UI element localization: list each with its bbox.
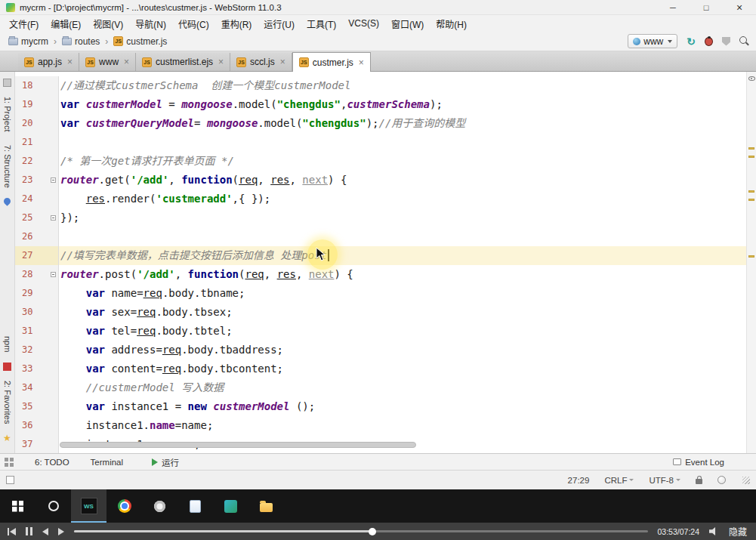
taskbar-search[interactable]	[35, 489, 71, 523]
hide-button[interactable]: 隐藏	[729, 525, 747, 538]
menu-item[interactable]: VCS(S)	[342, 18, 385, 29]
fold-marker-icon[interactable]	[51, 177, 56, 183]
terminal-tool-button[interactable]: Terminal	[91, 458, 123, 467]
coverage-button[interactable]	[722, 37, 730, 46]
tool-button-npm[interactable]: npm	[3, 336, 12, 352]
tab-close-icon[interactable]: ×	[124, 57, 129, 66]
skip-to-start-button[interactable]	[8, 527, 16, 535]
seek-handle[interactable]	[369, 528, 376, 535]
tool-window-switcher-icon[interactable]	[5, 458, 14, 467]
warning-stripe-mark[interactable]	[748, 156, 754, 158]
debug-button[interactable]	[705, 37, 713, 46]
breadcrumb-item[interactable]: routes	[60, 35, 102, 48]
tab-app.js[interactable]: JSapp.js×	[18, 53, 79, 71]
search-icon[interactable]	[739, 36, 750, 47]
warning-stripe-mark[interactable]	[748, 255, 754, 258]
editor-line[interactable]: 18//通过模式custmerSchema 创建一个模型custmerModel	[15, 76, 756, 95]
warning-stripe-mark[interactable]	[748, 199, 754, 201]
editor-line[interactable]: 35 var instance1 = new custmerModel ();	[15, 397, 756, 416]
taskbar-media-app[interactable]	[213, 489, 248, 523]
js-file-icon: JS	[236, 57, 246, 67]
tab-custmerlist.ejs[interactable]: JScustmerlist.ejs×	[136, 53, 230, 71]
editor-line[interactable]: 21	[15, 133, 756, 152]
close-button[interactable]: ×	[723, 0, 756, 14]
taskbar-notes-app[interactable]	[177, 489, 213, 523]
previous-button[interactable]	[42, 528, 48, 535]
lock-toggle[interactable]	[696, 476, 702, 484]
menu-item[interactable]: 编辑(E)	[45, 17, 87, 30]
editor-line[interactable]: 24 res.render('custmeradd',{ });	[15, 190, 756, 208]
structure-pin-icon[interactable]	[2, 196, 12, 206]
breadcrumb-item[interactable]: mycrm	[6, 35, 51, 48]
editor-line[interactable]: 23router.get('/add', function(req, res, …	[15, 171, 756, 190]
tab-custmer.js[interactable]: JScustmer.js×	[292, 52, 371, 72]
taskbar-start[interactable]	[0, 489, 35, 523]
maximize-button[interactable]: □	[690, 0, 723, 14]
editor-line[interactable]: 29 var name=req.body.tbname;	[15, 284, 756, 303]
editor-line[interactable]: 32 var address=req.body.tbaddress;	[15, 341, 756, 359]
warning-stripe-mark[interactable]	[748, 147, 754, 150]
tab-close-icon[interactable]: ×	[280, 57, 285, 66]
media-app-icon	[224, 500, 237, 513]
event-log-button[interactable]: Event Log	[673, 458, 724, 467]
editor-line[interactable]: 30 var sex=req.body.tbsex;	[15, 303, 756, 322]
menu-item[interactable]: 窗口(W)	[385, 17, 430, 30]
seek-bar[interactable]	[74, 530, 648, 532]
tool-button-project[interactable]: 1: Project	[3, 97, 12, 131]
horizontal-scrollbar[interactable]	[60, 442, 416, 448]
next-button[interactable]	[58, 528, 64, 535]
todo-tool-button[interactable]: 6: TODO	[35, 458, 69, 467]
editor-line[interactable]: 36 instance1.name=name;	[15, 416, 756, 435]
editor-line[interactable]: 26	[15, 227, 756, 246]
fold-marker-icon[interactable]	[51, 272, 56, 277]
tab-close-icon[interactable]: ×	[67, 57, 73, 66]
editor-line[interactable]: 27//填写完表单数据，点击提交按钮后添加信息 处理post	[15, 246, 756, 265]
code-area[interactable]: 18//通过模式custmerSchema 创建一个模型custmerModel…	[15, 72, 756, 453]
tab-sccl.js[interactable]: JSsccl.js×	[230, 53, 292, 71]
tab-close-icon[interactable]: ×	[359, 58, 364, 67]
tab-close-icon[interactable]: ×	[218, 57, 224, 66]
editor-line[interactable]: 33 var content=req.body.tbcontent;	[15, 359, 756, 378]
taskbar-circle-app[interactable]	[142, 489, 177, 523]
run-configuration-select[interactable]: www	[628, 34, 677, 48]
fold-marker-icon[interactable]	[51, 215, 56, 221]
menu-item[interactable]: 运行(U)	[258, 17, 301, 30]
pause-button[interactable]	[26, 527, 32, 535]
editor-line[interactable]: 22/* 第一次get请求打开表单页面 */	[15, 152, 756, 171]
code-editor[interactable]: 18//通过模式custmerSchema 创建一个模型custmerModel…	[15, 72, 756, 453]
editor-line[interactable]: 28router.post('/add', function(req, res,…	[15, 265, 756, 284]
taskbar-folder[interactable]	[248, 489, 284, 523]
editor-line[interactable]: 31 var tel=req.body.tbtel;	[15, 322, 756, 341]
menu-item[interactable]: 重构(R)	[215, 17, 258, 30]
inspection-profile-button[interactable]	[717, 476, 726, 484]
npm-icon[interactable]	[3, 363, 11, 371]
tab-www[interactable]: JSwww×	[79, 53, 136, 71]
editor-line[interactable]: 19var custmerModel = mongoose.model("che…	[15, 95, 756, 114]
editor-line[interactable]: 20var custmerQueryModel= mongoose.model(…	[15, 114, 756, 133]
status-square-icon[interactable]	[6, 476, 14, 484]
menu-item[interactable]: 代码(C)	[172, 17, 215, 30]
run-button[interactable]: ↻	[687, 36, 696, 47]
breadcrumb-item[interactable]: JScustmer.js	[111, 35, 169, 48]
run-tool-button[interactable]: 运行	[152, 456, 179, 468]
tool-button-favorites[interactable]: 2: Favorites	[3, 381, 12, 424]
favorites-star-icon[interactable]: ★	[3, 434, 11, 443]
line-separator-selector[interactable]: CRLF	[604, 476, 634, 485]
editor-line[interactable]: 25});	[15, 208, 756, 227]
menu-item[interactable]: 导航(N)	[129, 17, 172, 30]
menu-item[interactable]: 文件(F)	[3, 17, 45, 30]
warning-stripe-mark[interactable]	[748, 190, 754, 193]
taskbar-webstorm[interactable]: WS	[71, 489, 106, 523]
menu-item[interactable]: 视图(V)	[87, 17, 129, 30]
volume-icon[interactable]	[709, 526, 719, 536]
tool-button-structure[interactable]: 7: Structure	[3, 145, 12, 188]
inspections-eye-icon[interactable]	[748, 76, 755, 81]
taskbar-chrome[interactable]	[106, 489, 142, 523]
project-tool-icon[interactable]	[3, 79, 11, 87]
menu-item[interactable]: 工具(T)	[301, 17, 342, 30]
editor-line[interactable]: 34 //custmerModel 写入数据	[15, 378, 756, 397]
caret-position[interactable]: 27:29	[568, 476, 590, 485]
menu-item[interactable]: 帮助(H)	[430, 17, 473, 30]
encoding-selector[interactable]: UTF-8	[649, 476, 680, 485]
minimize-button[interactable]: ─	[656, 0, 690, 14]
